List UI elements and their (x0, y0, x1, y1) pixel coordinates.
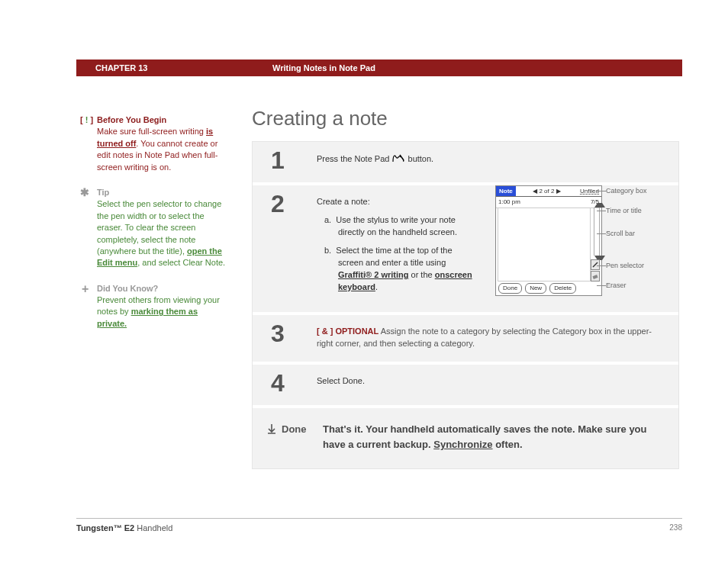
page-number: 238 (669, 523, 682, 532)
done-row: Done That's it. Your handheld automatica… (253, 408, 678, 468)
callout-time: Time or title (606, 206, 642, 216)
page-title: Creating a note (252, 107, 679, 130)
device-delete-button: Delete (549, 283, 576, 294)
svg-rect-0 (592, 275, 598, 279)
step-number: 4 (253, 365, 314, 405)
down-arrow-icon (266, 423, 277, 434)
device-time: 1:00 pm (498, 198, 520, 207)
device-new-button: New (525, 283, 546, 294)
pen-selector-icon (591, 259, 600, 270)
sidebar: [ ! ] Before You Begin Make sure full-sc… (80, 114, 229, 343)
done-label: Done (266, 422, 323, 452)
device-tab: Note (496, 186, 516, 196)
step-body: Create a note: a. Use the stylus to writ… (314, 185, 678, 312)
alert-icon: [ ! ] (80, 114, 93, 126)
step-body: [ & ] OPTIONAL Assign the note to a cate… (314, 315, 678, 362)
steps-container: 1 Press the Note Pad button. 2 Create a … (252, 141, 679, 469)
step-1: 1 Press the Note Pad button. (253, 142, 678, 185)
optional-tag: [ & ] OPTIONAL (317, 327, 378, 336)
before-body: Make sure full-screen writing is turned … (97, 126, 229, 173)
device-screenshot: Note ◀ 2 of 2 ▶ Unfiled 1:00 pm 7/5 (495, 185, 602, 296)
before-head: Before You Begin (97, 115, 166, 124)
step-number: 1 (253, 142, 314, 182)
link-graffiti[interactable]: Graffiti® 2 writing (338, 270, 408, 279)
notepad-icon (391, 153, 405, 167)
chapter-header: CHAPTER 13 Writing Notes in Note Pad (76, 60, 682, 76)
product-name: Tungsten™ E2 Handheld (76, 523, 172, 532)
plus-icon: + (82, 281, 89, 298)
device-canvas (498, 208, 591, 282)
substep-a: a. Use the stylus to write your note dir… (324, 214, 477, 239)
device-nav: ◀ 2 of 2 ▶ (516, 186, 578, 196)
device-tools (591, 259, 600, 282)
main-content: Creating a note 1 Press the Note Pad but… (252, 107, 679, 469)
device-done-button: Done (498, 283, 522, 294)
step-3: 3 [ & ] OPTIONAL Assign the note to a ca… (253, 315, 678, 365)
step-number: 3 (253, 315, 314, 362)
callout-category: Category box (606, 186, 647, 196)
tip-head: Tip (97, 188, 109, 197)
step-number: 2 (253, 185, 314, 312)
footer: Tungsten™ E2 Handheld 238 (76, 518, 682, 532)
substep-b: b. Select the time at the top of the scr… (324, 245, 477, 294)
step-body: Select Done. (314, 365, 678, 405)
tip-block: ✱ Tip Select the pen selector to change … (80, 187, 229, 269)
did-you-know-block: + Did You Know? Prevent others from view… (80, 283, 229, 330)
eraser-icon (591, 271, 600, 282)
callout-scroll: Scroll bar (606, 229, 635, 239)
step-4: 4 Select Done. (253, 365, 678, 408)
dyk-head: Did You Know? (97, 284, 158, 293)
before-you-begin-block: [ ! ] Before You Begin Make sure full-sc… (80, 114, 229, 173)
step-body: Press the Note Pad button. (314, 142, 678, 182)
device-scrollbar (594, 208, 600, 256)
step-2: 2 Create a note: a. Use the stylus to wr… (253, 185, 678, 315)
callout-pen: Pen selector (606, 261, 644, 271)
dyk-body: Prevent others from viewing your notes b… (97, 294, 229, 330)
callout-eraser: Eraser (606, 281, 627, 291)
chapter-label: CHAPTER 13 (95, 63, 272, 72)
chapter-title: Writing Notes in Note Pad (272, 63, 375, 72)
tip-body: Select the pen selector to change the pe… (97, 198, 229, 269)
asterisk-icon: ✱ (80, 185, 89, 201)
done-text: That's it. Your handheld automatically s… (323, 422, 665, 452)
link-synchronize[interactable]: Synchronize (433, 439, 492, 450)
